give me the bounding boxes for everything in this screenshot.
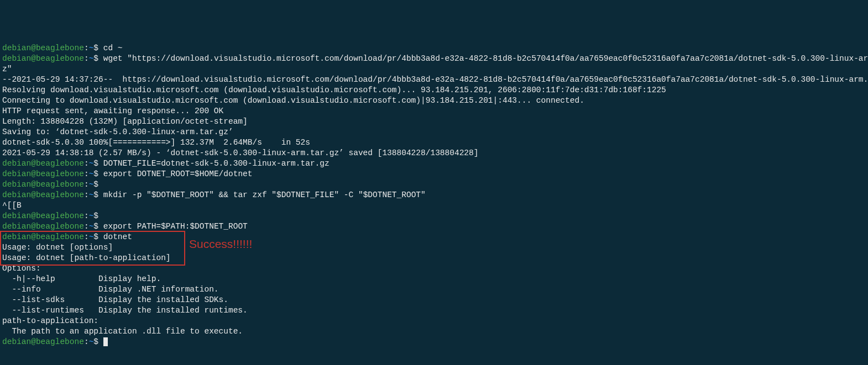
prompt-symbol: $ <box>93 337 103 346</box>
output-line: Usage: dotnet [path-to-application] <box>2 253 866 263</box>
output-line: The path to an application .dll file to … <box>2 326 866 337</box>
command-text: export DOTNET_ROOT=$HOME/dotnet <box>103 170 253 178</box>
prompt-colon: : <box>84 54 89 63</box>
prompt-colon: : <box>84 222 89 231</box>
prompt-user-host: debian@beaglebone <box>2 211 84 220</box>
output-line: Connecting to download.visualstudio.micr… <box>2 96 866 106</box>
prompt-symbol: $ <box>93 191 103 199</box>
command-line: debian@beaglebone:~$ <box>2 211 866 221</box>
prompt-colon: : <box>84 337 89 346</box>
command-text: export PATH=$PATH:$DOTNET_ROOT <box>103 222 248 231</box>
prompt-user-host: debian@beaglebone <box>2 170 84 178</box>
command-text: dotnet <box>103 232 132 241</box>
prompt-user-host: debian@beaglebone <box>2 222 84 231</box>
command-line: debian@beaglebone:~$ DOTNET_FILE=dotnet-… <box>2 158 866 169</box>
output-line: -h|--help Display help. <box>2 274 866 284</box>
output-line: 2021-05-29 14:38:18 (2.57 MB/s) - ‘dotne… <box>2 148 866 158</box>
prompt-user-host: debian@beaglebone <box>2 337 84 346</box>
output-line: Resolving download.visualstudio.microsof… <box>2 85 866 96</box>
command-line: debian@beaglebone:~$ wget "https://downl… <box>2 54 866 64</box>
prompt-colon: : <box>84 232 89 241</box>
command-line: debian@beaglebone:~$ cd ~ <box>2 43 866 54</box>
output-line: HTTP request sent, awaiting response... … <box>2 106 866 117</box>
prompt-symbol: $ <box>93 44 103 52</box>
command-text: cd ~ <box>103 44 123 52</box>
prompt-symbol: $ <box>93 54 103 63</box>
output-line: --list-sdks Display the installed SDKs. <box>2 295 866 305</box>
prompt-user-host: debian@beaglebone <box>2 191 84 199</box>
prompt-colon: : <box>84 211 89 220</box>
output-line: --2021-05-29 14:37:26-- https://download… <box>2 75 866 85</box>
command-line: debian@beaglebone:~$ mkdir -p "$DOTNET_R… <box>2 190 866 200</box>
command-line: debian@beaglebone:~$ dotnet <box>2 232 866 242</box>
prompt-symbol: $ <box>93 211 103 220</box>
output-line: Usage: dotnet [options] <box>2 242 866 253</box>
prompt-user-host: debian@beaglebone <box>2 44 84 52</box>
output-line: --list-runtimes Display the installed ru… <box>2 305 866 316</box>
command-line-active[interactable]: debian@beaglebone:~$ <box>2 337 866 347</box>
output-line: ^[[B <box>2 200 866 211</box>
output-line: dotnet-sdk-5.0.30 100%[===========>] 132… <box>2 137 866 148</box>
prompt-colon: : <box>84 159 89 168</box>
prompt-symbol: $ <box>93 159 103 168</box>
command-line: debian@beaglebone:~$ export PATH=$PATH:$… <box>2 221 866 232</box>
output-line: Saving to: ‘dotnet-sdk-5.0.300-linux-arm… <box>2 127 866 137</box>
output-line: --info Display .NET information. <box>2 284 866 295</box>
command-text: mkdir -p "$DOTNET_ROOT" && tar zxf "$DOT… <box>103 191 426 199</box>
prompt-symbol: $ <box>93 232 103 241</box>
prompt-colon: : <box>84 170 89 178</box>
prompt-symbol: $ <box>93 170 103 178</box>
terminal-output[interactable]: debian@beaglebone:~$ cd ~debian@beaglebo… <box>2 43 866 347</box>
output-line: path-to-application: <box>2 316 866 326</box>
prompt-user-host: debian@beaglebone <box>2 232 84 241</box>
output-line: z" <box>2 64 866 75</box>
output-line: Length: 138804228 (132M) [application/oc… <box>2 117 866 127</box>
prompt-symbol: $ <box>93 222 103 231</box>
cursor-icon <box>103 337 108 346</box>
command-line: debian@beaglebone:~$ <box>2 179 866 190</box>
prompt-colon: : <box>84 191 89 199</box>
command-text: wget "https://download.visualstudio.micr… <box>103 54 868 63</box>
output-line: Options: <box>2 263 866 274</box>
command-text: DOTNET_FILE=dotnet-sdk-5.0.300-linux-arm… <box>103 159 330 168</box>
prompt-colon: : <box>84 44 89 52</box>
prompt-colon: : <box>84 180 89 189</box>
command-line: debian@beaglebone:~$ export DOTNET_ROOT=… <box>2 169 866 179</box>
prompt-user-host: debian@beaglebone <box>2 159 84 168</box>
prompt-user-host: debian@beaglebone <box>2 180 84 189</box>
prompt-symbol: $ <box>93 180 103 189</box>
prompt-user-host: debian@beaglebone <box>2 54 84 63</box>
